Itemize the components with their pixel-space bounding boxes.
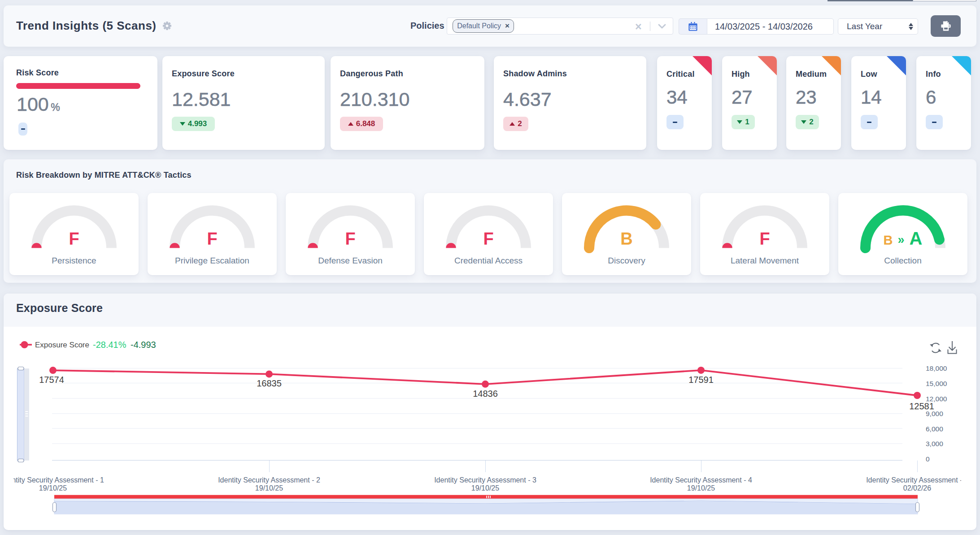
svg-text:F: F <box>69 229 79 248</box>
svg-text:-28.41%: -28.41% <box>93 340 126 350</box>
svg-text:18,000: 18,000 <box>926 364 947 372</box>
svg-text:19/10/25: 19/10/25 <box>687 484 715 492</box>
svg-text:19/10/25: 19/10/25 <box>255 484 283 492</box>
svg-text:F: F <box>483 229 493 248</box>
svg-text:6,000: 6,000 <box>926 425 943 433</box>
svg-text:16835: 16835 <box>257 378 282 388</box>
svg-text:B: B <box>620 229 632 248</box>
svg-text:14836: 14836 <box>473 389 498 399</box>
svg-text:19/10/25: 19/10/25 <box>39 484 67 492</box>
svg-text:Identity Security Assessment -: Identity Security Assessment - 4 <box>650 476 752 484</box>
svg-text:F: F <box>207 229 217 248</box>
svg-text:B»A: B»A <box>884 228 923 248</box>
svg-text:17591: 17591 <box>688 375 714 385</box>
svg-text:3,000: 3,000 <box>926 440 943 447</box>
svg-text:F: F <box>759 229 770 248</box>
svg-text:0: 0 <box>926 455 930 463</box>
svg-text:Identity Security Assessment -: Identity Security Assessment - 1 <box>13 476 104 484</box>
svg-text:15,000: 15,000 <box>926 380 947 387</box>
svg-text:Identity Security Assessment -: Identity Security Assessment - 5 <box>866 476 961 484</box>
svg-text:-4.993: -4.993 <box>131 340 156 350</box>
svg-text:F: F <box>345 229 355 248</box>
svg-text:12581: 12581 <box>909 401 934 411</box>
svg-text:Identity Security Assessment -: Identity Security Assessment - 3 <box>434 476 536 484</box>
svg-text:17574: 17574 <box>39 375 64 385</box>
svg-text:Identity Security Assessment -: Identity Security Assessment - 2 <box>218 476 320 484</box>
svg-text:19/10/25: 19/10/25 <box>471 484 499 492</box>
svg-text:02/02/26: 02/02/26 <box>903 484 931 492</box>
svg-text:Exposure Score: Exposure Score <box>35 341 89 349</box>
